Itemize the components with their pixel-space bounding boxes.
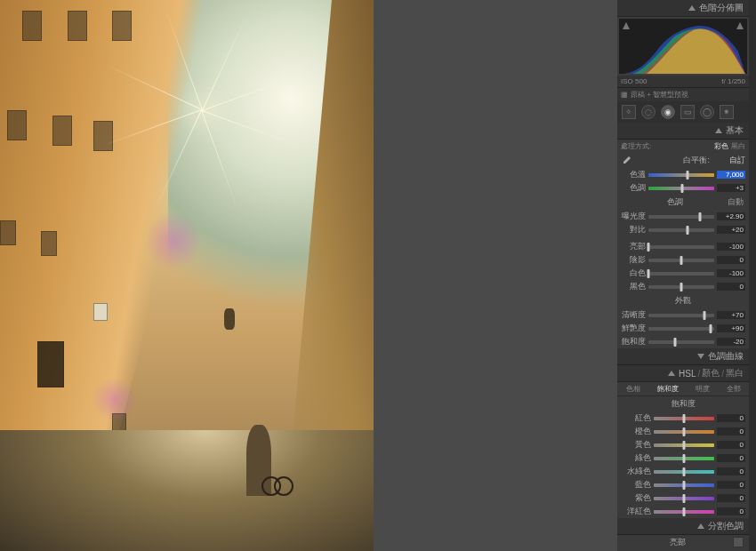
brush-tool-icon[interactable]: ⁕ xyxy=(720,105,734,119)
window xyxy=(52,116,72,146)
panel-title: 色調曲線 xyxy=(708,350,744,363)
disclosure-triangle-icon[interactable] xyxy=(697,354,704,359)
temp-slider[interactable] xyxy=(648,173,714,177)
split-hi-header: 亮部 xyxy=(670,537,686,548)
temp-value[interactable]: 7,000 xyxy=(717,171,745,179)
tint-value[interactable]: +3 xyxy=(717,184,745,192)
street-lamp xyxy=(224,308,235,330)
vibrance-slider[interactable] xyxy=(648,327,714,331)
lens-flare xyxy=(142,210,205,272)
contrast-slider[interactable] xyxy=(648,228,714,232)
hsl-yellow-val[interactable]: 0 xyxy=(717,441,745,449)
panel-header-hsl[interactable]: HSL / 顏色 / 黑白 xyxy=(617,365,749,382)
grad-filter-icon[interactable]: ▭ xyxy=(680,105,695,119)
clip-warning-left-icon[interactable] xyxy=(622,21,631,32)
image-preview[interactable] xyxy=(0,0,374,551)
panel-header-basic[interactable]: 基本 xyxy=(617,123,749,140)
panel-title: 基本 xyxy=(726,124,744,137)
contrast-val[interactable]: +20 xyxy=(717,226,745,234)
hsl-red-val[interactable]: 0 xyxy=(717,414,745,422)
preview-profile: ▦原稿 + 智慧型預視 xyxy=(617,87,749,101)
disclosure-triangle-icon[interactable] xyxy=(715,128,722,133)
cobblestone-ground xyxy=(0,430,374,551)
hsl-aqua-val[interactable]: 0 xyxy=(717,467,745,475)
clarity-slider[interactable] xyxy=(648,314,714,317)
highlights-slider[interactable] xyxy=(648,245,714,249)
disclosure-triangle-icon[interactable] xyxy=(668,371,675,376)
blacks-slider[interactable] xyxy=(648,285,714,289)
vibrance-val[interactable]: +90 xyxy=(717,324,745,332)
hsl-purple-label: 紫色 xyxy=(621,492,651,504)
panel-title-hsl: HSL xyxy=(679,369,696,379)
window xyxy=(7,110,27,140)
panel-header-histogram[interactable]: 色階分佈圖 xyxy=(617,0,749,17)
highlights-label: 亮部 xyxy=(621,241,646,252)
hsl-blue-slider[interactable] xyxy=(654,483,714,487)
hsl-tab-all[interactable]: 全部 xyxy=(727,384,741,394)
wb-preset[interactable]: 自訂 xyxy=(713,155,745,166)
clarity-val[interactable]: +70 xyxy=(717,311,745,319)
exposure-label: 曝光度 xyxy=(621,211,646,222)
hsl-orange-slider[interactable] xyxy=(654,430,714,434)
crop-tool-icon[interactable]: ✧ xyxy=(622,105,636,119)
hsl-red-label: 紅色 xyxy=(621,412,651,424)
panel-scrollbar[interactable] xyxy=(749,0,756,551)
hsl-green-val[interactable]: 0 xyxy=(717,454,745,462)
exposure-slider[interactable] xyxy=(648,215,714,219)
shadows-slider[interactable] xyxy=(648,259,714,262)
hsl-green-label: 綠色 xyxy=(621,452,651,464)
redeye-tool-icon[interactable]: ◉ xyxy=(661,105,675,119)
whites-slider[interactable] xyxy=(648,272,714,276)
tint-slider[interactable] xyxy=(648,187,714,190)
hsl-magenta-label: 洋紅色 xyxy=(621,506,651,517)
hsl-section: 色相 飽和度 明度 全部 飽和度 紅色0 橙色0 黃色0 綠色0 水綠色0 藍色… xyxy=(617,382,749,518)
contrast-label: 對比 xyxy=(621,224,646,236)
clip-warning-right-icon[interactable] xyxy=(736,21,744,32)
hsl-orange-val[interactable]: 0 xyxy=(717,427,745,435)
hsl-blue-val[interactable]: 0 xyxy=(717,481,745,489)
hsl-aqua-slider[interactable] xyxy=(654,470,714,474)
hsl-purple-slider[interactable] xyxy=(654,497,714,500)
saturation-slider[interactable] xyxy=(648,340,714,344)
hsl-red-slider[interactable] xyxy=(654,417,714,420)
window xyxy=(41,231,57,256)
blacks-val[interactable]: 0 xyxy=(717,283,745,291)
disclosure-triangle-icon[interactable] xyxy=(697,523,704,529)
hsl-purple-val[interactable]: 0 xyxy=(717,494,745,502)
bicycle xyxy=(261,460,294,496)
treatment-bw-tab[interactable]: 黑白 xyxy=(731,141,745,151)
tint-label: 色調 xyxy=(621,182,646,194)
hsl-tab-hue[interactable]: 色相 xyxy=(626,384,640,394)
hsl-tab-sat[interactable]: 飽和度 xyxy=(657,384,679,394)
exposure-val[interactable]: +2.90 xyxy=(717,212,745,220)
hsl-magenta-val[interactable]: 0 xyxy=(717,507,745,515)
highlights-val[interactable]: -100 xyxy=(717,243,745,251)
shadows-val[interactable]: 0 xyxy=(717,256,745,264)
window xyxy=(93,121,113,151)
panel-header-split[interactable]: 分割色調 xyxy=(617,518,749,535)
hsl-magenta-slider[interactable] xyxy=(654,510,714,514)
eyedropper-icon[interactable] xyxy=(621,156,631,166)
shadows-label: 陰影 xyxy=(621,254,646,266)
exposure-value: f/ 1/250 xyxy=(721,77,745,85)
hsl-tab-lum[interactable]: 明度 xyxy=(696,384,710,394)
hsl-yellow-slider[interactable] xyxy=(654,443,714,447)
panel-title-bw[interactable]: 黑白 xyxy=(726,367,744,379)
disclosure-triangle-icon[interactable] xyxy=(688,5,696,11)
split-hi-swatch-icon[interactable] xyxy=(733,537,744,547)
saturation-val[interactable]: -20 xyxy=(717,338,745,346)
histogram[interactable] xyxy=(619,19,747,74)
radial-filter-icon[interactable]: ◯ xyxy=(700,105,714,119)
treatment-color-tab[interactable]: 彩色 xyxy=(714,141,728,151)
window xyxy=(68,11,87,41)
hsl-green-slider[interactable] xyxy=(654,457,714,460)
hsl-orange-label: 橙色 xyxy=(621,426,651,437)
panel-title-color[interactable]: 顏色 xyxy=(702,367,720,379)
whites-val[interactable]: -100 xyxy=(717,269,745,277)
split-section: 亮部 色相0 飽和度0 平衡0 陰影 色相0 飽和度0 xyxy=(617,535,749,551)
develop-panel: 色階分佈圖 ISO 500 f/ 1/250 ▦原稿 + 智慧型預視 ✧ xyxy=(617,0,749,551)
auto-tone-button[interactable]: 自動 xyxy=(728,196,744,208)
panel-header-tonecurve[interactable]: 色調曲線 xyxy=(617,348,749,365)
spot-tool-icon[interactable]: ◌ xyxy=(641,105,655,119)
exif-strip: ISO 500 f/ 1/250 xyxy=(617,76,749,87)
